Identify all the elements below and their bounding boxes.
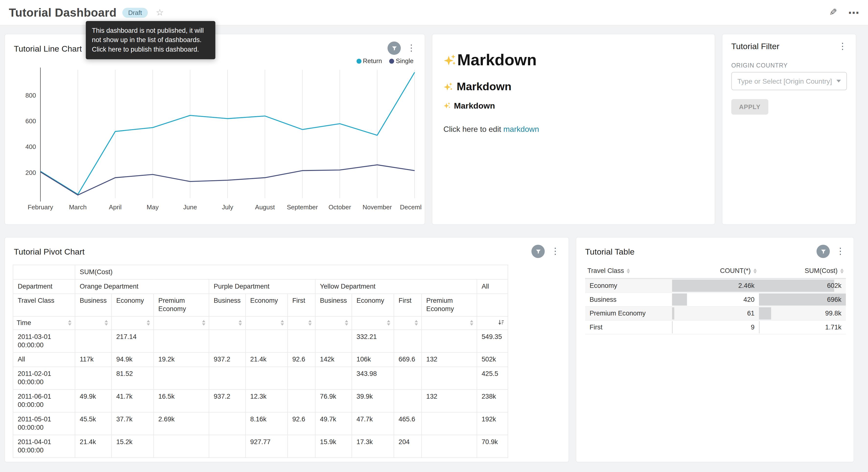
markdown-h2: Markdown [443, 80, 704, 93]
pivot-cell [287, 435, 315, 458]
sort-icon[interactable] [308, 320, 312, 326]
pivot-cell: 937.2 [209, 390, 246, 412]
sort-icon[interactable] [147, 320, 150, 326]
pivot-cell: 343.98 [352, 367, 394, 390]
pivot-cell: 132 [422, 352, 477, 367]
sort-desc-icon[interactable] [498, 319, 504, 325]
pivot-cell: 425.5 [477, 367, 508, 390]
data-table: Travel ClassCOUNT(*)SUM(Cost)Economy2.46… [585, 264, 846, 334]
count-cell: 9 [672, 320, 759, 334]
filter-indicator-icon[interactable] [531, 245, 545, 258]
chevron-down-icon [836, 80, 841, 82]
markdown-edit-link[interactable]: markdown [503, 124, 539, 133]
pivot-cell: 465.6 [394, 412, 422, 435]
sort-icon[interactable] [239, 320, 242, 326]
kebab-menu-icon[interactable]: ⋮ [838, 42, 847, 51]
pivot-cell [246, 367, 287, 390]
table-header-row: Travel ClassCOUNT(*)SUM(Cost) [585, 264, 846, 278]
table-row: Premium Economy6199.8k [585, 306, 846, 320]
legend-label-single: Single [396, 57, 413, 64]
markdown-h3-text: Markdown [454, 101, 495, 110]
markdown-h1-text: Markdown [457, 51, 537, 69]
count-cell: 420 [672, 293, 759, 307]
legend-dot-single [389, 58, 394, 63]
svg-text:November: November [363, 204, 392, 211]
pivot-cell: 2.69k [154, 412, 209, 435]
sort-icon[interactable] [105, 320, 108, 326]
pivot-cell [209, 435, 246, 458]
pivot-cell: 92.6 [287, 412, 315, 435]
pivot-cell: 238k [477, 390, 508, 412]
count-cell: 2.46k [672, 278, 759, 293]
markdown-h2-text: Markdown [457, 80, 512, 93]
sparkles-icon [443, 54, 456, 66]
pivot-data-row: 2011-05-01 00:00:0045.5k37.7k2.69k8.16k9… [13, 412, 508, 435]
pivot-class-header: Premium Economy [422, 294, 477, 317]
pivot-class-header: Business [75, 294, 112, 317]
kebab-menu-icon[interactable]: ⋮ [551, 247, 560, 256]
pivot-cell: 217.14 [112, 330, 154, 352]
count-bar [672, 293, 687, 306]
filter-indicator-icon[interactable] [816, 245, 830, 258]
sum-cell: 99.8k [759, 306, 846, 320]
pivot-group-header: Purple Department [209, 279, 315, 294]
sort-icon[interactable] [281, 320, 284, 326]
sort-icon[interactable] [470, 320, 473, 326]
svg-text:October: October [329, 204, 351, 211]
pivot-cell [287, 367, 315, 390]
table-column-header[interactable]: Travel Class [585, 264, 672, 278]
pivot-sort-cell [477, 317, 508, 330]
pivot-cell: 15.9k [315, 435, 351, 458]
dashboard-grid: Tutorial Line Chart ⋮ Return [0, 25, 868, 462]
pivot-cell: 927.77 [246, 435, 287, 458]
pivot-cell [422, 412, 477, 435]
favorite-star-icon[interactable]: ☆ [156, 7, 163, 18]
draft-badge[interactable]: Draft [122, 7, 148, 18]
filter-indicator-icon[interactable] [388, 41, 401, 55]
origin-country-select[interactable]: Type or Select [Origin Country] [731, 72, 847, 90]
filter-card: Tutorial Filter ⋮ ORIGIN COUNTRY Type or… [722, 34, 856, 225]
svg-text:September: September [287, 204, 318, 211]
pivot-cell: 142k [315, 352, 351, 367]
more-options-icon[interactable]: ⋯ [848, 6, 859, 19]
pivot-cell [315, 330, 351, 352]
pivot-class-header: Economy [246, 294, 287, 317]
publish-tooltip[interactable]: This dashboard is not published, it will… [86, 21, 215, 59]
pivot-cell: 92.6 [287, 352, 315, 367]
sort-carets-icon [627, 269, 630, 274]
sort-icon[interactable] [68, 320, 71, 326]
edit-pencil-icon[interactable]: ✎ [829, 7, 837, 18]
sort-icon[interactable] [202, 320, 206, 326]
legend-item-single[interactable]: Single [389, 57, 414, 64]
kebab-menu-icon[interactable]: ⋮ [407, 44, 416, 53]
pivot-cell: 15.2k [112, 435, 154, 458]
pivot-cell [154, 435, 209, 458]
table-column-header[interactable]: COUNT(*) [672, 264, 759, 278]
legend-item-return[interactable]: Return [356, 57, 382, 64]
pivot-group-header: Orange Department [75, 279, 209, 294]
kebab-menu-icon[interactable]: ⋮ [836, 247, 845, 256]
pivot-cell [422, 367, 477, 390]
pivot-cell: 21.4k [246, 352, 287, 367]
line-chart[interactable]: 200400600800FebruaryMarchAprilMayJuneJul… [9, 66, 421, 224]
pivot-cell [315, 367, 351, 390]
pivot-group-header: All [477, 279, 508, 294]
count-cell: 61 [672, 306, 759, 320]
table-row: Business420696k [585, 293, 846, 307]
table-column-header[interactable]: SUM(Cost) [759, 264, 846, 278]
markdown-h1: Markdown [443, 51, 704, 69]
pivot-cell [287, 390, 315, 412]
sort-icon[interactable] [415, 320, 418, 326]
svg-text:July: July [222, 204, 233, 211]
pivot-cell [209, 412, 246, 435]
pivot-class-header [477, 294, 508, 317]
sort-icon[interactable] [345, 320, 348, 326]
pivot-chart-card: Tutorial Pivot Chart ⋮ SUM(Cost)Departme… [4, 237, 569, 462]
apply-button[interactable]: APPLY [731, 99, 768, 114]
sort-icon[interactable] [387, 320, 391, 326]
pivot-sort-cell [209, 317, 246, 330]
pivot-data-row: 2011-06-01 00:00:0049.9k41.7k16.5k937.21… [13, 390, 508, 412]
markdown-h3: Markdown [443, 101, 704, 110]
pivot-cell [287, 330, 315, 352]
sum-bar [759, 321, 759, 333]
